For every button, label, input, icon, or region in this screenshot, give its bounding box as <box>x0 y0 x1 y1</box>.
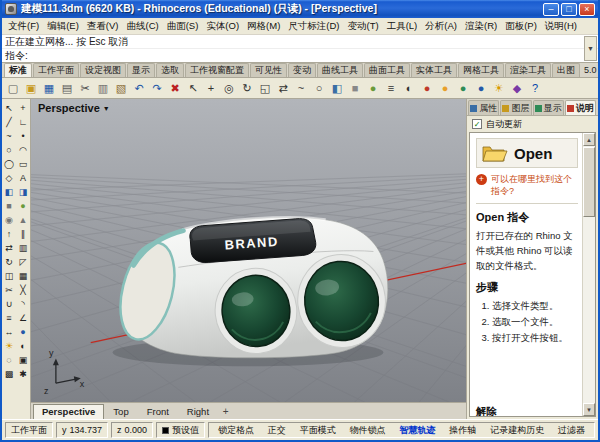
layer-chip[interactable]: 预设值 <box>156 422 205 438</box>
split-icon[interactable]: ╳ <box>17 283 30 297</box>
move-icon[interactable]: ⇄ <box>274 80 292 97</box>
sphere-icon[interactable]: ● <box>364 80 382 97</box>
hide-icon[interactable]: ◌ <box>3 353 16 367</box>
toolbar-tab[interactable]: 出图 <box>552 63 580 77</box>
point-icon[interactable]: • <box>17 129 30 143</box>
toolbar-tab[interactable]: 显示 <box>127 63 155 77</box>
polygon-icon[interactable]: ◇ <box>3 171 16 185</box>
toolbar-tab[interactable]: 网格工具 <box>458 63 504 77</box>
undo-icon[interactable]: ↶ <box>130 80 148 97</box>
menu-item[interactable]: 编辑(E) <box>43 20 83 33</box>
menu-item[interactable]: 变动(T) <box>344 20 383 33</box>
scroll-up-icon[interactable]: ▲ <box>583 133 595 146</box>
paste-icon[interactable]: ▧ <box>112 80 130 97</box>
toolbar-tab[interactable]: 标准 <box>4 63 32 77</box>
surface-icon[interactable]: ◧ <box>328 80 346 97</box>
pan-icon[interactable]: + <box>202 80 220 97</box>
sphere-icon[interactable]: ● <box>17 199 30 213</box>
menu-item[interactable]: 说明(H) <box>541 20 581 33</box>
menu-item[interactable]: 曲线(C) <box>122 20 162 33</box>
delete-icon[interactable]: ✖ <box>166 80 184 97</box>
menu-item[interactable]: 查看(V) <box>83 20 123 33</box>
menu-item[interactable]: 实体(O) <box>202 20 243 33</box>
open-file-icon[interactable]: ▣ <box>22 80 40 97</box>
rectangle-icon[interactable]: ▭ <box>17 157 30 171</box>
circle-icon[interactable]: ○ <box>3 143 16 157</box>
rotate-icon[interactable]: ↻ <box>3 255 16 269</box>
viewport-canvas[interactable]: BRAND <box>31 99 466 402</box>
text-icon[interactable]: A <box>17 171 30 185</box>
polyline-icon[interactable]: ∟ <box>17 115 30 129</box>
toolbar-tab[interactable]: 渲染工具 <box>505 63 551 77</box>
zoom-icon[interactable]: ◎ <box>220 80 238 97</box>
explode-icon[interactable]: ✱ <box>17 367 30 381</box>
panel-tab-help[interactable]: 说明 <box>565 100 596 115</box>
freeform-curve-icon[interactable]: ~ <box>3 129 16 143</box>
trim-icon[interactable]: ✂ <box>3 283 16 297</box>
status-toggle[interactable]: 过滤器 <box>557 424 586 437</box>
cylinder-icon[interactable]: ◉ <box>3 213 16 227</box>
menu-item[interactable]: 工具(L) <box>383 20 422 33</box>
status-toggle[interactable]: 锁定格点 <box>217 424 255 437</box>
status-toggle[interactable]: 平面模式 <box>299 424 337 437</box>
scrollbar-thumb[interactable] <box>583 147 595 217</box>
boolean-union-icon[interactable]: ● <box>418 80 436 97</box>
group-icon[interactable]: ▩ <box>3 367 16 381</box>
boolean-intersection-icon[interactable]: ● <box>454 80 472 97</box>
status-toggle[interactable]: 智慧轨迹 <box>398 424 436 437</box>
help-icon[interactable]: ? <box>526 80 544 97</box>
circle-icon[interactable]: ○ <box>310 80 328 97</box>
new-file-icon[interactable]: ▢ <box>4 80 22 97</box>
cone-icon[interactable]: ▲ <box>17 213 30 227</box>
viewport-tab[interactable]: Perspective <box>33 404 104 419</box>
status-toggle[interactable]: 正交 <box>267 424 287 437</box>
layers-icon[interactable]: ≡ <box>382 80 400 97</box>
save-icon[interactable]: ▦ <box>40 80 58 97</box>
print-icon[interactable]: ▤ <box>58 80 76 97</box>
toolbar-tab[interactable]: 实体工具 <box>411 63 457 77</box>
fillet-icon[interactable]: ◝ <box>17 297 30 311</box>
menu-item[interactable]: 渲染(R) <box>461 20 501 33</box>
surface-icon[interactable]: ◧ <box>3 185 16 199</box>
zoom-extents-icon[interactable]: ◱ <box>256 80 274 97</box>
copy-icon[interactable]: ▥ <box>17 241 30 255</box>
cplane-button[interactable]: 工作平面 <box>5 422 53 438</box>
toolbar-tab[interactable]: 曲线工具 <box>317 63 363 77</box>
status-toggle[interactable]: 操作轴 <box>448 424 477 437</box>
viewport-tab[interactable]: Top <box>104 404 137 419</box>
visibility-icon[interactable]: ◐ <box>17 339 30 353</box>
where-to-find-link[interactable]: + 可以在哪里找到这个指令? <box>476 174 578 197</box>
toolbar-tab[interactable]: 选取 <box>156 63 184 77</box>
copy-icon[interactable]: ▥ <box>94 80 112 97</box>
panel-tab-properties[interactable]: 属性 <box>468 100 499 115</box>
loft-icon[interactable]: ◨ <box>17 185 30 199</box>
extrude-icon[interactable]: ↑ <box>3 227 16 241</box>
maximize-button[interactable]: □ <box>561 3 577 16</box>
scale-icon[interactable]: ◸ <box>17 255 30 269</box>
menu-item[interactable]: 文件(F) <box>4 20 43 33</box>
viewport-tab[interactable]: Right <box>178 404 218 419</box>
redo-icon[interactable]: ↷ <box>148 80 166 97</box>
cut-icon[interactable]: ✂ <box>76 80 94 97</box>
join-icon[interactable]: ∪ <box>3 297 16 311</box>
dimension-icon[interactable]: ↔ <box>3 325 16 339</box>
viewport-3d-scene[interactable]: BRAND <box>31 99 466 402</box>
pointer-icon[interactable]: ↖ <box>3 101 16 115</box>
scroll-down-icon[interactable]: ▼ <box>583 403 595 416</box>
toolbar-tab[interactable]: 曲面工具 <box>364 63 410 77</box>
menu-item[interactable]: 网格(M) <box>243 20 284 33</box>
panel-tab-layers[interactable]: 图层 <box>500 100 531 115</box>
menu-item[interactable]: 尺寸标注(D) <box>284 20 343 33</box>
help-scrollbar[interactable]: ▲ ▼ <box>582 133 595 416</box>
status-toggle[interactable]: 记录建构历史 <box>489 424 545 437</box>
material-icon[interactable]: ◆ <box>508 80 526 97</box>
toolbar-tab[interactable]: 工作平面 <box>33 63 79 77</box>
move-icon[interactable]: ⇄ <box>3 241 16 255</box>
viewport-title-menu[interactable]: Perspective ▼ <box>38 102 110 114</box>
auto-update-checkbox[interactable]: ✓ <box>472 119 482 129</box>
mirror-icon[interactable]: ◫ <box>3 269 16 283</box>
array-icon[interactable]: ▦ <box>17 269 30 283</box>
display-icon[interactable]: ◐ <box>400 80 418 97</box>
minimize-button[interactable]: – <box>543 3 559 16</box>
arc-icon[interactable]: ◠ <box>17 143 30 157</box>
